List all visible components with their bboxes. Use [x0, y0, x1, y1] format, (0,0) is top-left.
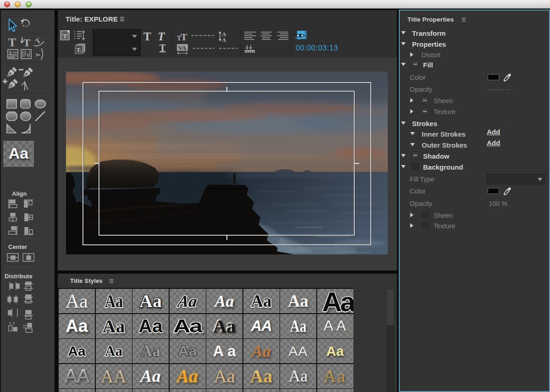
svg-text:T: T [23, 37, 30, 49]
svg-text:T: T [8, 36, 16, 49]
svg-text:T.: T. [77, 47, 81, 53]
svg-text:T: T [160, 43, 166, 53]
svg-text:VA: VA [178, 44, 187, 51]
svg-text:A: A [222, 36, 226, 43]
svg-text:T: T [63, 33, 67, 39]
svg-text:T: T [34, 53, 41, 57]
svg-text:T: T [9, 50, 12, 55]
svg-text:T: T [158, 30, 165, 43]
svg-text:T: T [143, 30, 151, 43]
svg-text:T: T [34, 37, 42, 45]
svg-text:00:00:03:13: 00:00:03:13 [296, 44, 338, 52]
svg-text:T: T [181, 31, 187, 43]
svg-text:T: T [27, 53, 29, 58]
